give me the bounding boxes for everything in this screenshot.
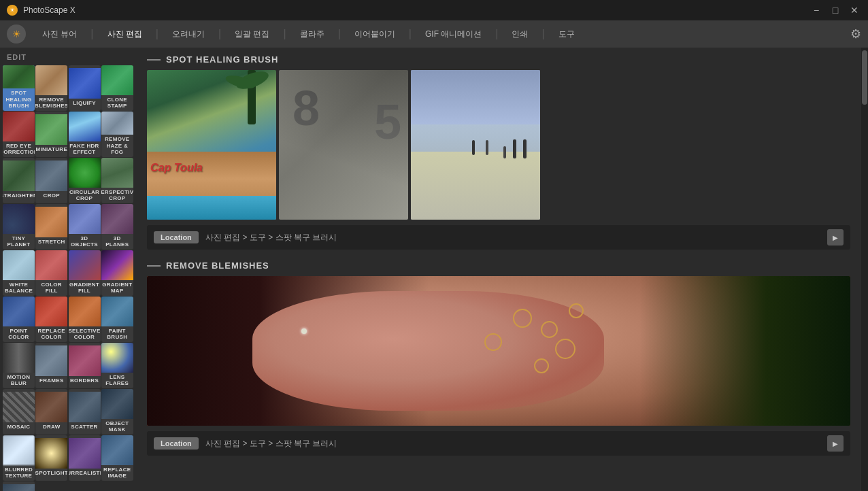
tool-item-3d-planes[interactable]: 3D PLANES	[101, 204, 133, 250]
tool-grid: SPOT HEALING BRUSHREMOVE BLEMISHESLIQUIF…	[0, 65, 136, 491]
tool-item-remove-haze-fog[interactable]: REMOVE HAZE & FOG	[101, 112, 133, 157]
tool-item-straighten[interactable]: STRAIGHTEN	[3, 158, 35, 203]
tool-label-spotlight: SPOTLIGHT	[35, 469, 67, 478]
tool-item-stretch[interactable]: STRETCH	[35, 204, 67, 250]
tool-item-frames[interactable]: FRAMES	[35, 343, 67, 388]
tool-thumb-gradient-fill	[69, 250, 101, 280]
tool-item-remove-blemishes[interactable]: REMOVE BLEMISHES	[35, 65, 67, 111]
scrollbar-thumb[interactable]	[862, 50, 867, 105]
scrollbar[interactable]	[861, 48, 868, 491]
close-button[interactable]: ✕	[848, 3, 861, 17]
tool-item-fake-hdr-effect[interactable]: FAKE HDR EFFECT	[69, 112, 101, 157]
tool-item-clone-stamp[interactable]: CLONE STAMP	[101, 65, 133, 111]
tool-label-mosaic: MOSAIC	[7, 422, 31, 432]
nav-cut[interactable]: 오려내기	[163, 24, 214, 44]
logo-icon: ☀	[12, 29, 21, 39]
location-path-2: 사진 편집 > 도구 > 스팟 복구 브러시	[205, 438, 337, 450]
tool-item-white-balance[interactable]: WHITE BALANCE	[3, 250, 35, 296]
tool-thumb-mosaic	[3, 392, 35, 422]
tool-thumb-fake-hdr-effect	[69, 112, 101, 141]
tool-label-borders: BORDERS	[69, 376, 99, 386]
tool-item-perspective-crop[interactable]: PERSPECTIVE CROP	[101, 158, 133, 203]
spot-healing-gallery: Cap Toula 8 5	[147, 70, 850, 220]
settings-icon[interactable]: ⚙	[850, 27, 861, 41]
tool-item-surrealistic[interactable]: SURREALISTIC	[69, 435, 101, 481]
tool-item-replace-color[interactable]: REPLACE COLOR	[35, 297, 67, 342]
tool-label-paint-brush: PAINT BRUSH	[101, 326, 133, 342]
remove-blemishes-title: REMOVE BLEMISHES	[166, 260, 269, 271]
location-left: Location 사진 편집 > 도구 > 스팟 복구 브러시	[154, 231, 337, 243]
tool-item-lens-flares[interactable]: LENS FLARES	[101, 343, 133, 388]
tool-thumb-point-color	[3, 297, 35, 326]
tool-item-scatter[interactable]: SCATTER	[69, 389, 101, 435]
blemish-circle-6	[534, 358, 549, 373]
tool-item-gradient-fill[interactable]: GRADIENT FILL	[69, 250, 101, 296]
nav-combine[interactable]: 이어붙이기	[345, 24, 405, 44]
tool-thumb-perspective-crop	[101, 158, 133, 188]
tool-item-object-mask[interactable]: OBJECT MASK	[101, 389, 133, 435]
tool-item-change[interactable]: CHANGE	[3, 481, 35, 491]
tool-item-color-fill[interactable]: COLOR FILL	[35, 250, 67, 296]
tool-item-spot-healing-brush[interactable]: SPOT HEALING BRUSH	[3, 65, 35, 111]
tool-thumb-miniature	[35, 114, 67, 145]
tool-thumb-remove-blemishes	[35, 65, 67, 95]
section-line-2	[147, 265, 161, 267]
tool-item-3d-objects[interactable]: 3D OBJECTS	[69, 204, 101, 250]
tool-item-draw[interactable]: DRAW	[35, 389, 67, 435]
tool-item-point-color[interactable]: POINT COLOR	[3, 297, 35, 342]
tool-thumb-circular-crop	[69, 158, 101, 188]
tool-item-borders[interactable]: BORDERS	[69, 343, 101, 388]
tool-item-selective-color[interactable]: SELECTIVE COLOR	[69, 297, 101, 342]
blemish-circle-3	[541, 321, 558, 338]
tool-label-remove-haze-fog: REMOVE HAZE & FOG	[101, 135, 133, 157]
blemish-circle-4	[555, 339, 575, 359]
nav-gif[interactable]: GIF 애니메이션	[416, 24, 491, 44]
blemish-circle-5	[484, 333, 502, 351]
nav-photo-edit[interactable]: 사진 편집	[98, 24, 152, 44]
tool-item-liquify[interactable]: LIQUIFY	[69, 65, 101, 111]
nav-tools[interactable]: 도구	[549, 24, 584, 44]
tool-item-miniature[interactable]: MINIATURE	[35, 112, 67, 157]
tool-item-motion-blur[interactable]: MOTION BLUR	[3, 343, 35, 388]
tool-label-clone-stamp: CLONE STAMP	[101, 95, 133, 111]
tool-thumb-replace-image	[101, 435, 133, 465]
nav-print[interactable]: 인쇄	[502, 24, 537, 44]
tool-thumb-remove-haze-fog	[101, 112, 133, 135]
tool-thumb-selective-color	[69, 297, 101, 326]
tool-label-gradient-map: GRADIENT MAP	[101, 280, 133, 296]
tool-thumb-change	[3, 484, 35, 491]
play-button[interactable]: ▶	[827, 229, 844, 245]
tool-item-crop[interactable]: CROP	[35, 158, 67, 203]
tool-item-paint-brush[interactable]: PAINT BRUSH	[101, 297, 133, 342]
minimize-button[interactable]: −	[809, 3, 823, 17]
tool-label-spot-healing-brush: SPOT HEALING BRUSH	[3, 88, 35, 111]
tool-thumb-blurred-texture	[3, 435, 35, 465]
play-button-2[interactable]: ▶	[827, 435, 844, 452]
remove-blemishes-section-header: REMOVE BLEMISHES	[147, 260, 850, 271]
tool-item-gradient-map[interactable]: GRADIENT MAP	[101, 250, 133, 296]
tool-thumb-surrealistic	[69, 438, 101, 469]
tool-thumb-liquify	[69, 68, 101, 99]
main-layout: EDIT SPOT HEALING BRUSHREMOVE BLEMISHESL…	[0, 48, 868, 491]
window-controls: − □ ✕	[809, 3, 861, 17]
tool-label-3d-planes: 3D PLANES	[101, 234, 133, 250]
tool-label-circular-crop: CIRCULAR CROP	[69, 188, 101, 203]
tool-label-frames: FRAMES	[39, 376, 65, 386]
tool-item-mosaic[interactable]: MOSAIC	[3, 389, 35, 435]
nav-batch-edit[interactable]: 일괄 편집	[225, 24, 279, 44]
tool-thumb-replace-color	[35, 297, 67, 326]
nav-items: ☀ 사진 뷰어 | 사진 편집 | 오려내기 | 일괄 편집 | 콜라주 | 이…	[7, 24, 584, 44]
maximize-button[interactable]: □	[829, 3, 842, 17]
tool-item-blurred-texture[interactable]: BLURRED TEXTURE	[3, 435, 35, 481]
nav-collage[interactable]: 콜라주	[290, 24, 334, 44]
title-bar-left: ☀ PhotoScape X	[7, 5, 76, 16]
spot-healing-location-bar: Location 사진 편집 > 도구 > 스팟 복구 브러시 ▶	[147, 225, 850, 250]
tool-item-replace-image[interactable]: REPLACE IMAGE	[101, 435, 133, 481]
tool-label-straighten: STRAIGHTEN	[3, 191, 35, 201]
tool-item-spotlight[interactable]: SPOTLIGHT	[35, 435, 67, 481]
tool-item-circular-crop[interactable]: CIRCULAR CROP	[69, 158, 101, 203]
tool-item-tiny-planet[interactable]: TINY PLANET	[3, 204, 35, 250]
tool-item-red-eye-correction[interactable]: RED EYE CORRECTION	[3, 112, 35, 157]
nav-bar: ☀ 사진 뷰어 | 사진 편집 | 오려내기 | 일괄 편집 | 콜라주 | 이…	[0, 20, 868, 48]
nav-photo-viewer[interactable]: 사진 뷰어	[33, 24, 86, 44]
